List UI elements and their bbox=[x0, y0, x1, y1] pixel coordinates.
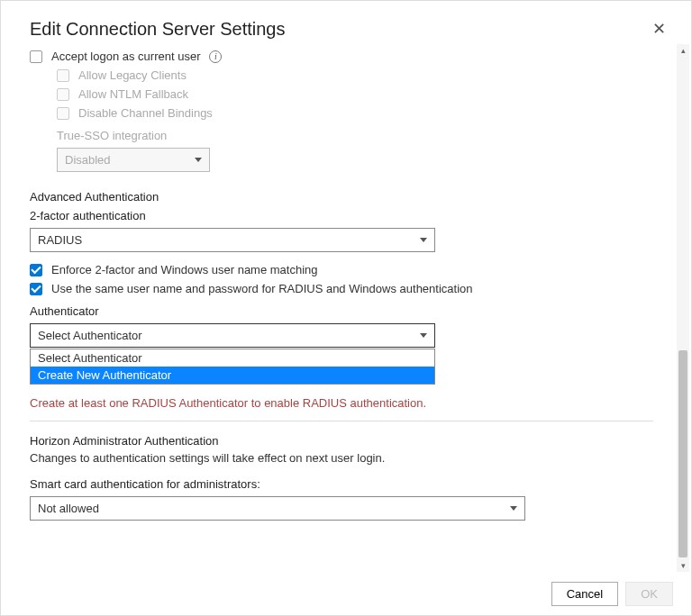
scroll-up-arrow-icon[interactable]: ▴ bbox=[677, 44, 689, 57]
scrollbar-thumb[interactable] bbox=[678, 350, 687, 557]
same-credentials-checkbox[interactable] bbox=[30, 283, 42, 295]
advanced-auth-heading: Advanced Authentication bbox=[30, 190, 653, 204]
authenticator-select[interactable]: Select Authenticator bbox=[30, 323, 435, 348]
allow-legacy-label: Allow Legacy Clients bbox=[78, 68, 187, 82]
divider bbox=[30, 421, 653, 421]
chevron-down-icon bbox=[195, 158, 202, 162]
authenticator-option-select[interactable]: Select Authenticator bbox=[31, 349, 434, 367]
same-credentials-label: Use the same user name and password for … bbox=[51, 282, 473, 295]
info-icon[interactable]: i bbox=[209, 50, 222, 63]
horizon-note: Changes to authentication settings will … bbox=[30, 451, 653, 465]
dialog-footer: Cancel OK bbox=[1, 572, 691, 615]
two-factor-label: 2-factor authentication bbox=[30, 209, 653, 222]
authenticator-option-create[interactable]: Create New Authenticator bbox=[31, 367, 434, 384]
allow-legacy-checkbox bbox=[57, 69, 69, 82]
disable-channel-label: Disable Channel Bindings bbox=[78, 106, 213, 120]
true-sso-label: True-SSO integration bbox=[57, 129, 653, 142]
disable-channel-checkbox bbox=[57, 107, 69, 120]
enforce-matching-label: Enforce 2-factor and Windows user name m… bbox=[51, 263, 318, 276]
cancel-button[interactable]: Cancel bbox=[551, 582, 618, 606]
accept-logon-checkbox[interactable] bbox=[30, 50, 42, 63]
chevron-down-icon bbox=[420, 238, 427, 242]
close-icon[interactable]: ✕ bbox=[649, 15, 669, 42]
two-factor-value: RADIUS bbox=[38, 233, 82, 247]
authenticator-dropdown: Select Authenticator Create New Authenti… bbox=[30, 349, 435, 385]
scrollbar[interactable]: ▴ ▾ bbox=[677, 44, 689, 572]
radius-warning: Create at least one RADIUS Authenticator… bbox=[30, 396, 653, 410]
ok-button: OK bbox=[625, 582, 673, 606]
smartcard-value: Not allowed bbox=[38, 502, 99, 515]
allow-ntlm-label: Allow NTLM Fallback bbox=[78, 87, 188, 101]
true-sso-select[interactable]: Disabled bbox=[57, 148, 210, 172]
smartcard-select[interactable]: Not allowed bbox=[30, 496, 525, 521]
accept-logon-label: Accept logon as current user bbox=[51, 50, 200, 63]
dialog-body: Accept logon as current user i Allow Leg… bbox=[1, 44, 675, 572]
allow-ntlm-checkbox bbox=[57, 88, 69, 101]
two-factor-select[interactable]: RADIUS bbox=[30, 228, 435, 252]
authenticator-label: Authenticator bbox=[30, 304, 653, 318]
horizon-admin-heading: Horizon Administrator Authentication bbox=[30, 434, 653, 448]
dialog-title: Edit Connection Server Settings bbox=[30, 19, 286, 40]
scroll-down-arrow-icon[interactable]: ▾ bbox=[677, 559, 689, 572]
authenticator-value: Select Authenticator bbox=[38, 329, 142, 342]
smartcard-label: Smart card authentication for administra… bbox=[30, 477, 653, 491]
chevron-down-icon bbox=[420, 333, 427, 338]
true-sso-value: Disabled bbox=[65, 153, 111, 167]
chevron-down-icon bbox=[510, 506, 517, 511]
enforce-matching-checkbox[interactable] bbox=[30, 264, 42, 276]
